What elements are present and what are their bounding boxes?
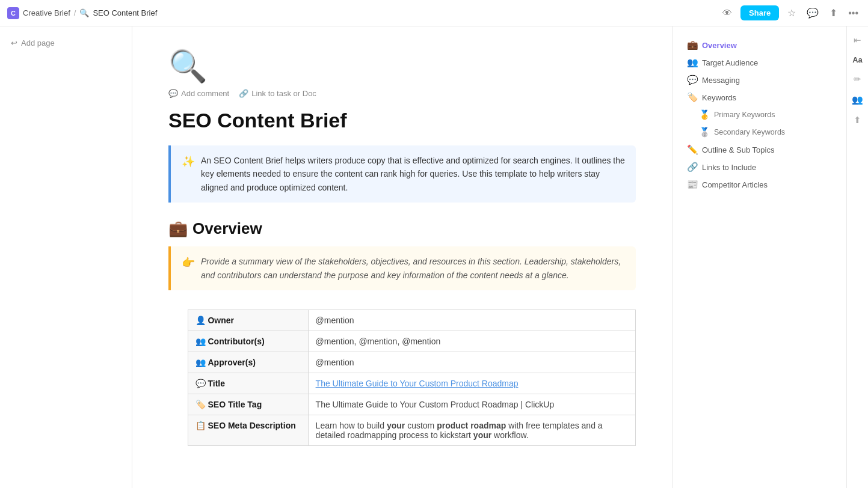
sidebar-right-toc: 💼 Overview👥 Target Audience💬 Messaging🏷️… [672, 26, 846, 488]
visibility-icon[interactable]: 👁 [720, 5, 734, 21]
toc-label: Target Audience [702, 58, 758, 67]
toc-icon: 🔗 [687, 162, 698, 172]
drag-row-icon[interactable]: ⠿ [177, 313, 185, 325]
toc-icon: ✏️ [687, 144, 698, 155]
table-cell-value-0: @mention [308, 310, 635, 331]
right-tools-panel: ⇤ Aa ✏ 👥 ⬆ [846, 26, 868, 488]
toc-item-competitor-articles[interactable]: 📰 Competitor Articles [677, 176, 842, 193]
table-wrapper: + ⠿ 👤 Owner@mention👥 Contributor(s)@ment… [168, 307, 636, 446]
font-size-icon[interactable]: Aa [852, 55, 863, 64]
doc-big-icon: 🔍 [168, 49, 208, 84]
toc-icon: 💼 [687, 40, 698, 50]
topbar-actions: 👁 Share ☆ 💬 ⬆ ••• [720, 5, 861, 21]
comment-icon[interactable]: 💬 [804, 5, 821, 21]
overview-heading-text: Overview [192, 219, 262, 238]
table-cell-label-0: 👤 Owner [188, 310, 308, 331]
info-yellow-text: Provide a summary view of the stakeholde… [201, 255, 625, 282]
edit-tool-icon[interactable]: ✏ [854, 74, 861, 85]
doc-toolbar: 💬 Add comment 🔗 Link to task or Doc [168, 89, 636, 98]
doc-title-breadcrumb: SEO Content Brief [93, 8, 157, 17]
toc-icon: 🥈 [699, 127, 710, 138]
toc-item-links-to-include[interactable]: 🔗 Links to Include [677, 159, 842, 175]
table-cell-value-3[interactable]: The Ultimate Guide to Your Custom Produc… [308, 373, 635, 394]
table-cell-label-3: 💬 Title [188, 373, 308, 394]
doc-icon-area: 🔍 [168, 50, 636, 82]
toc-label: Secondary Keywords [714, 128, 785, 136]
info-yellow-icon: 👉 [182, 256, 195, 269]
toc-item-messaging[interactable]: 💬 Messaging [677, 72, 842, 88]
cell-link[interactable]: The Ultimate Guide to Your Custom Produc… [316, 379, 519, 388]
toc-item-target-audience[interactable]: 👥 Target Audience [677, 54, 842, 71]
link-toolbar-icon: 🔗 [239, 89, 248, 98]
table-cell-label-4: 🏷️ SEO Title Tag [188, 394, 308, 415]
table-row: 📋 SEO Meta DescriptionLearn how to build… [188, 415, 635, 445]
row-icon: 👤 [195, 316, 206, 325]
body-layout: ↩ Add page 🔍 💬 Add comment 🔗 Link to tas… [0, 26, 868, 488]
add-comment-button[interactable]: 💬 Add comment [168, 89, 229, 98]
share-button[interactable]: Share [740, 5, 779, 20]
toc-icon: 🥇 [699, 109, 710, 120]
row-icon: 👥 [195, 337, 206, 346]
toc-label: Outline & Sub Topics [702, 145, 774, 154]
table-cell-label-1: 👥 Contributor(s) [188, 331, 308, 352]
link-task-button[interactable]: 🔗 Link to task or Doc [239, 89, 316, 98]
toc-label: Primary Keywords [714, 111, 775, 119]
table-row: 💬 TitleThe Ultimate Guide to Your Custom… [188, 373, 635, 394]
breadcrumb-separator: / [74, 8, 76, 17]
toc-icon: 👥 [687, 57, 698, 68]
topbar: C Creative Brief / 🔍 SEO Content Brief 👁… [0, 0, 868, 26]
sidebar-left: ↩ Add page [0, 26, 132, 488]
overview-icon: 💼 [168, 219, 188, 238]
people-tool-icon[interactable]: 👥 [852, 94, 863, 105]
toc-label: Keywords [702, 93, 736, 102]
info-blue-icon: ✨ [182, 155, 195, 168]
doc-icon-small: 🔍 [79, 8, 89, 17]
table-row: 🏷️ SEO Title TagThe Ultimate Guide to Yo… [188, 394, 635, 415]
toc-label: Messaging [702, 76, 740, 85]
add-page-icon: ↩ [11, 38, 17, 47]
toc-item-primary-keywords[interactable]: 🥇 Primary Keywords [677, 106, 842, 123]
breadcrumb: C Creative Brief / 🔍 SEO Content Brief [7, 7, 157, 19]
toc-label: Links to Include [702, 163, 756, 172]
collapse-panel-icon[interactable]: ⇤ [854, 35, 861, 46]
workspace-icon[interactable]: C [7, 7, 19, 19]
row-icon: 📋 [195, 421, 206, 430]
info-box-blue: ✨ An SEO Content Brief helps writers pro… [168, 145, 636, 203]
comment-toolbar-icon: 💬 [168, 89, 178, 98]
export-tool-icon[interactable]: ⬆ [854, 115, 861, 126]
table-row: 👥 Contributor(s)@mention, @mention, @men… [188, 331, 635, 352]
toc-item-overview[interactable]: 💼 Overview [677, 37, 842, 53]
toc-label: Overview [702, 41, 737, 50]
toc-label: Competitor Articles [702, 180, 768, 189]
add-comment-label: Add comment [181, 89, 229, 98]
row-icon: 🏷️ [195, 400, 206, 409]
toc-item-keywords[interactable]: 🏷️ Keywords [677, 89, 842, 106]
breadcrumb-parent[interactable]: Creative Brief [23, 8, 70, 17]
more-icon[interactable]: ••• [846, 5, 861, 21]
info-box-yellow: 👉 Provide a summary view of the stakehol… [168, 246, 636, 290]
table-cell-value-1: @mention, @mention, @mention [308, 331, 635, 352]
export-icon[interactable]: ⬆ [827, 5, 840, 21]
add-row-icon[interactable]: + [168, 313, 176, 325]
row-icon: 💬 [195, 379, 206, 388]
toc-icon: 💬 [687, 75, 698, 85]
toc-item-outline-&-sub-topics[interactable]: ✏️ Outline & Sub Topics [677, 141, 842, 158]
table-cell-value-2: @mention [308, 352, 635, 373]
star-icon[interactable]: ☆ [785, 5, 798, 21]
add-page-button[interactable]: ↩ Add page [7, 36, 125, 50]
table-cell-value-4: The Ultimate Guide to Your Custom Produc… [308, 394, 635, 415]
table-cell-value-5: Learn how to build your custom product r… [308, 415, 635, 445]
link-task-label: Link to task or Doc [251, 89, 316, 98]
info-blue-text: An SEO Content Brief helps writers produ… [201, 154, 625, 194]
table-cell-label-2: 👥 Approver(s) [188, 352, 308, 373]
overview-heading: 💼 Overview [168, 219, 636, 238]
toc-icon: 📰 [687, 179, 698, 190]
page-title: SEO Content Brief [168, 109, 636, 132]
table-cell-label-5: 📋 SEO Meta Description [188, 415, 308, 445]
add-page-label: Add page [21, 38, 55, 47]
toc-item-secondary-keywords[interactable]: 🥈 Secondary Keywords [677, 124, 842, 141]
table-row: 👤 Owner@mention [188, 310, 635, 331]
row-icon: 👥 [195, 358, 206, 367]
main-content: 🔍 💬 Add comment 🔗 Link to task or Doc SE… [132, 26, 672, 488]
toc-icon: 🏷️ [687, 92, 698, 103]
